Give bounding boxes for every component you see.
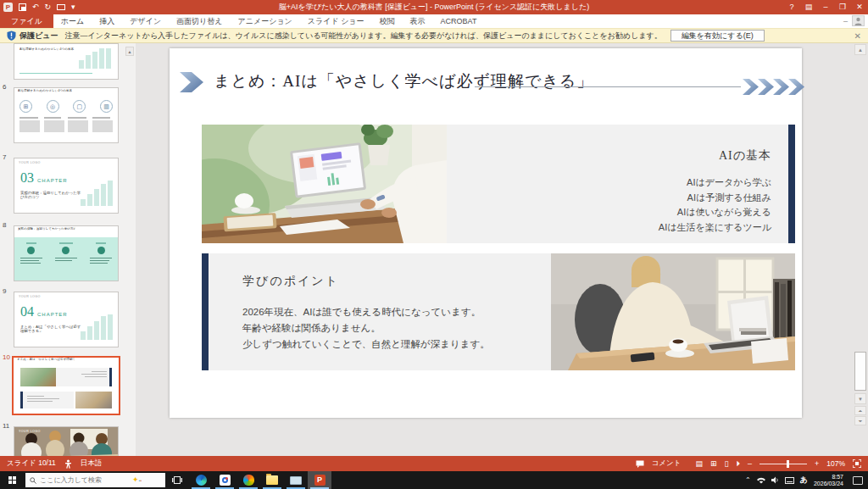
tab-slideshow[interactable]: スライド ショー bbox=[300, 14, 372, 28]
normal-view-icon[interactable]: ▤ bbox=[695, 459, 703, 468]
mini-bar-chart bbox=[81, 314, 113, 340]
previous-slide-icon[interactable]: ⏶ bbox=[854, 406, 866, 415]
photo-woman-typing bbox=[551, 253, 795, 370]
folder-icon bbox=[266, 475, 278, 485]
volume-icon[interactable] bbox=[771, 476, 779, 484]
thumbnail-slide-7[interactable]: YOUR LOGO 03 CHAPTER 実際の体験：遠回りしてわかった学び方の… bbox=[14, 158, 119, 214]
protected-view-message: 注意—インターネットから入手したファイルは、ウイルスに感染している可能性がありま… bbox=[64, 31, 661, 42]
next-slide-icon[interactable]: ⏷ bbox=[854, 416, 866, 425]
close-message-bar-icon[interactable]: ✕ bbox=[854, 31, 861, 41]
tab-home[interactable]: ホーム bbox=[53, 14, 92, 28]
person-icon bbox=[854, 17, 862, 25]
comments-button[interactable]: コメント bbox=[652, 458, 682, 469]
tab-file[interactable]: ファイル bbox=[0, 14, 53, 28]
accessibility-icon[interactable] bbox=[64, 459, 72, 469]
zoom-out-icon[interactable]: – bbox=[748, 459, 752, 468]
window-title: 脳+AIを学びたい大人の教科書 [保護ビュー] - PowerPoint (ライ… bbox=[0, 0, 868, 14]
mini-photo bbox=[75, 392, 112, 408]
thumbnail-slide-9[interactable]: YOUR LOGO 04 CHAPTER まとめ：AIは「やさしく学べば必ず理解… bbox=[14, 292, 119, 347]
show-hidden-icons[interactable]: ⌃ bbox=[745, 476, 751, 484]
help-button[interactable]: ? bbox=[783, 0, 800, 14]
user-avatar[interactable] bbox=[852, 15, 865, 26]
tab-acrobat[interactable]: ACROBAT bbox=[433, 14, 485, 28]
navy-accent-bar bbox=[202, 253, 209, 370]
mini-bar-chart bbox=[79, 48, 111, 69]
tab-view[interactable]: 表示 bbox=[403, 14, 433, 28]
touch-keyboard-icon[interactable] bbox=[785, 477, 794, 484]
restore-button[interactable]: ❐ bbox=[834, 0, 851, 14]
zoom-slider[interactable] bbox=[760, 464, 807, 464]
copilot-sparkle-icon[interactable]: ✦•• bbox=[132, 476, 142, 485]
mini-icon-target: ◎ bbox=[47, 100, 59, 113]
fit-to-window-icon[interactable] bbox=[853, 459, 861, 468]
minimize-button[interactable]: – bbox=[817, 0, 834, 14]
enable-editing-button[interactable]: 編集を有効にする(E) bbox=[670, 30, 765, 42]
thumbnail-slide-11[interactable]: YOUR LOGO bbox=[14, 426, 119, 456]
collapse-ribbon-icon[interactable]: – bbox=[843, 17, 848, 25]
taskbar: ✦•• P ⌃ あ 8:57 2026/03/24 bbox=[0, 471, 868, 489]
ime-indicator[interactable]: あ bbox=[800, 475, 808, 486]
taskbar-file-explorer[interactable] bbox=[260, 471, 284, 489]
slide-sorter-icon[interactable]: ⊞ bbox=[710, 459, 717, 468]
task-view-button[interactable] bbox=[165, 471, 189, 489]
thumbnail-slide-5[interactable]: AIを理解するためのやさしい4つの基本 bbox=[14, 43, 119, 80]
wifi-icon[interactable] bbox=[757, 477, 765, 484]
basics-line: AIは使いながら覚える bbox=[659, 205, 771, 220]
tray-date: 2026/03/24 bbox=[814, 481, 843, 487]
points-line: 少しずつ触れていくことで、自然と理解が深まります。 bbox=[242, 336, 490, 353]
current-slide: まとめ：AIは「やさしく学べば必ず理解できる」 bbox=[170, 48, 802, 418]
basics-line: AIはデータから学ぶ bbox=[659, 175, 771, 191]
slideshow-icon[interactable]: ⏵ bbox=[736, 459, 740, 469]
basics-panel: AIの基本 AIはデータから学ぶ AIは予測する仕組み AIは使いながら覚える … bbox=[447, 125, 788, 243]
title-chevron-icon bbox=[180, 72, 203, 92]
navy-accent-bar bbox=[788, 125, 795, 243]
scroll-down-icon[interactable]: ▼ bbox=[854, 393, 866, 404]
thumbnail-slide-6[interactable]: AIを理解するためのやさしい4つの基本 ⊞ ◎ ▢ ▥ bbox=[14, 87, 119, 143]
taskbar-app-photos[interactable] bbox=[213, 471, 236, 489]
clock[interactable]: 8:57 2026/03/24 bbox=[814, 474, 843, 487]
mini-icon-document: ▢ bbox=[73, 100, 86, 113]
zoom-slider-thumb[interactable] bbox=[787, 460, 789, 468]
tab-design[interactable]: デザイン bbox=[122, 14, 169, 28]
zoom-in-icon[interactable]: + bbox=[815, 459, 819, 468]
tab-animations[interactable]: アニメーション bbox=[231, 14, 300, 28]
mini-icon-grid: ⊞ bbox=[19, 100, 32, 113]
tab-transitions[interactable]: 画面切り替え bbox=[169, 14, 230, 28]
thumbnail-slide-10-selected[interactable]: まとめ：AIは「やさしく学べば必ず理解できる」 bbox=[12, 356, 120, 415]
language-indicator[interactable]: 日本語 bbox=[81, 458, 103, 469]
thumbnail-scrollbar[interactable]: ▲ bbox=[125, 43, 134, 456]
ribbon-options-button[interactable]: ▤ bbox=[800, 0, 817, 14]
system-tray: ⌃ あ 8:57 2026/03/24 bbox=[745, 474, 868, 487]
close-button[interactable]: ✕ bbox=[851, 0, 868, 14]
tab-insert[interactable]: 挿入 bbox=[92, 14, 122, 28]
vertical-scrollbar[interactable]: ▲ ▼ ⏶ ⏷ bbox=[854, 43, 867, 456]
scroll-up-icon[interactable]: ▲ bbox=[854, 44, 866, 55]
tray-time: 8:57 bbox=[814, 474, 843, 481]
mini-photo bbox=[20, 368, 56, 386]
mini-icon-chart: ▥ bbox=[100, 100, 113, 113]
powerpoint-icon: P bbox=[314, 475, 326, 486]
slide-indicator: スライド 10/11 bbox=[7, 458, 56, 469]
scroll-up-icon[interactable]: ▲ bbox=[125, 47, 134, 56]
taskbar-search[interactable]: ✦•• bbox=[25, 473, 165, 487]
scrollbar-thumb[interactable] bbox=[854, 352, 866, 391]
taskbar-powerpoint-active[interactable]: P bbox=[308, 471, 331, 489]
titlebar: P ↶ ↻ ▾ 脳+AIを学びたい大人の教科書 [保護ビュー] - PowerP… bbox=[0, 0, 868, 14]
thumbnail-slide-8[interactable]: 実際の体験：遠回りしてわかった学び方のコツ bbox=[14, 225, 119, 281]
taskbar-device-app[interactable] bbox=[284, 471, 308, 489]
comments-icon[interactable] bbox=[636, 460, 644, 468]
edge-icon bbox=[196, 475, 207, 486]
slide-title: まとめ：AIは「やさしく学べば必ず理解できる」 bbox=[214, 70, 593, 92]
copilot-icon bbox=[243, 475, 254, 486]
action-center-icon[interactable] bbox=[853, 476, 863, 485]
tab-review[interactable]: 校閲 bbox=[372, 14, 403, 28]
zoom-level[interactable]: 107% bbox=[826, 459, 845, 468]
start-button[interactable] bbox=[0, 471, 25, 489]
slide-canvas: まとめ：AIは「やさしく学べば必ず理解できる」 bbox=[136, 43, 868, 456]
taskbar-edge[interactable] bbox=[189, 471, 213, 489]
reading-view-icon[interactable]: ▯ bbox=[725, 459, 729, 468]
app-icon bbox=[220, 475, 231, 486]
taskbar-copilot[interactable] bbox=[236, 471, 260, 489]
search-input[interactable] bbox=[40, 476, 129, 484]
task-view-icon bbox=[172, 475, 182, 485]
